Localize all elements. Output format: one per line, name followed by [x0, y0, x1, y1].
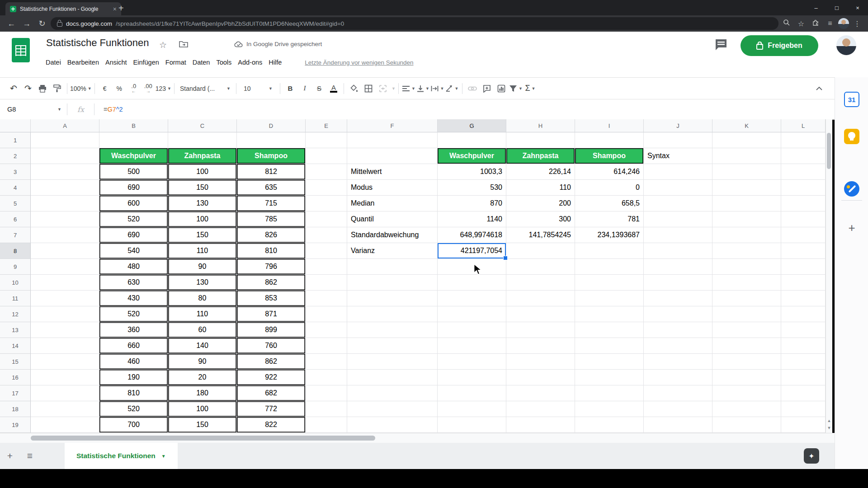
cell-K8[interactable] — [712, 243, 781, 259]
cell-G4[interactable]: 530 — [438, 180, 506, 196]
cell-I7[interactable]: 234,1393687 — [575, 227, 644, 243]
row-header-7[interactable]: 7 — [0, 227, 31, 243]
cell-C5[interactable]: 130 — [168, 196, 237, 211]
cell-F1[interactable] — [347, 132, 438, 148]
cell-L10[interactable] — [781, 275, 826, 291]
cell-K11[interactable] — [712, 291, 781, 306]
sheet-tab-active[interactable]: Statistische Funktionen ▼ — [65, 443, 178, 469]
cell-I12[interactable] — [575, 306, 644, 322]
cell-I6[interactable]: 781 — [575, 211, 644, 227]
row-header-15[interactable]: 15 — [0, 354, 31, 370]
cell-J15[interactable] — [644, 354, 712, 370]
cell-I2[interactable]: Shampoo — [575, 148, 644, 164]
menu-ansicht[interactable]: Ansicht — [102, 57, 130, 68]
format-percent-icon[interactable]: % — [112, 81, 127, 96]
column-header-H[interactable]: H — [506, 119, 575, 132]
cell-L11[interactable] — [781, 291, 826, 306]
cell-I5[interactable]: 658,5 — [575, 196, 644, 211]
cell-B7[interactable]: 690 — [99, 227, 168, 243]
cell-F14[interactable] — [347, 338, 438, 354]
cell-K13[interactable] — [712, 322, 781, 338]
column-header-F[interactable]: F — [347, 119, 438, 132]
cell-L19[interactable] — [781, 417, 826, 433]
more-formats-icon[interactable]: 123▼ — [156, 81, 171, 96]
cell-F13[interactable] — [347, 322, 438, 338]
cell-H10[interactable] — [506, 275, 575, 291]
column-header-L[interactable]: L — [781, 119, 826, 132]
cell-G11[interactable] — [438, 291, 506, 306]
cell-L17[interactable] — [781, 385, 826, 401]
cell-L7[interactable] — [781, 227, 826, 243]
cell-B8[interactable]: 540 — [99, 243, 168, 259]
cell-C19[interactable]: 150 — [168, 417, 237, 433]
cell-H6[interactable]: 300 — [506, 211, 575, 227]
row-header-8[interactable]: 8 — [0, 243, 31, 259]
cell-F9[interactable] — [347, 259, 438, 275]
cell-D15[interactable]: 862 — [237, 354, 306, 370]
cell-D12[interactable]: 871 — [237, 306, 306, 322]
cell-K3[interactable] — [712, 164, 781, 180]
print-icon[interactable] — [35, 81, 50, 96]
cell-H17[interactable] — [506, 385, 575, 401]
column-header-D[interactable]: D — [237, 119, 306, 132]
cell-H12[interactable] — [506, 306, 575, 322]
cell-J16[interactable] — [644, 370, 712, 385]
cell-K18[interactable] — [712, 401, 781, 417]
text-wrap-icon[interactable]: ▼ — [430, 81, 445, 96]
cell-I17[interactable] — [575, 385, 644, 401]
window-maximize-button[interactable]: □ — [826, 0, 847, 15]
cell-E19[interactable] — [306, 417, 347, 433]
cell-J11[interactable] — [644, 291, 712, 306]
cell-K14[interactable] — [712, 338, 781, 354]
spreadsheet-grid[interactable]: ABCDEFGHIJKL12WaschpulverZahnpastaShampo… — [0, 119, 826, 433]
row-header-9[interactable]: 9 — [0, 259, 31, 275]
cell-H8[interactable] — [506, 243, 575, 259]
reload-icon[interactable]: ↻ — [35, 19, 49, 28]
cell-I10[interactable] — [575, 275, 644, 291]
cell-D18[interactable]: 772 — [237, 401, 306, 417]
cell-I8[interactable] — [575, 243, 644, 259]
zoom-page-icon[interactable] — [780, 19, 793, 28]
cell-D19[interactable]: 822 — [237, 417, 306, 433]
cell-K9[interactable] — [712, 259, 781, 275]
cell-B9[interactable]: 480 — [99, 259, 168, 275]
cell-C17[interactable]: 180 — [168, 385, 237, 401]
cell-K2[interactable] — [712, 148, 781, 164]
new-tab-button[interactable]: + — [118, 4, 124, 13]
cell-D14[interactable]: 760 — [237, 338, 306, 354]
cell-J12[interactable] — [644, 306, 712, 322]
window-close-button[interactable]: × — [847, 0, 868, 15]
cell-E8[interactable] — [306, 243, 347, 259]
cell-L18[interactable] — [781, 401, 826, 417]
undo-icon[interactable]: ↶ — [6, 81, 21, 96]
cell-C13[interactable]: 60 — [168, 322, 237, 338]
formula-input[interactable]: =G7^2 — [94, 106, 123, 113]
cell-A17[interactable] — [31, 385, 99, 401]
zoom-select[interactable]: 100%▼ — [70, 81, 92, 96]
cell-J14[interactable] — [644, 338, 712, 354]
cell-E13[interactable] — [306, 322, 347, 338]
saved-status[interactable]: In Google Drive gespeichert — [234, 41, 322, 47]
scroll-up-icon[interactable]: ▲ — [826, 418, 832, 424]
row-header-19[interactable]: 19 — [0, 417, 31, 433]
fill-color-icon[interactable] — [347, 81, 361, 96]
add-sheet-icon[interactable]: + — [0, 450, 20, 461]
cell-H16[interactable] — [506, 370, 575, 385]
cell-J10[interactable] — [644, 275, 712, 291]
cell-F18[interactable] — [347, 401, 438, 417]
row-header-10[interactable]: 10 — [0, 275, 31, 291]
cell-G10[interactable] — [438, 275, 506, 291]
cell-A11[interactable] — [31, 291, 99, 306]
extensions-icon[interactable] — [809, 19, 822, 28]
decrease-decimal-icon[interactable]: .0← — [127, 81, 141, 96]
cell-B4[interactable]: 690 — [99, 180, 168, 196]
cell-E6[interactable] — [306, 211, 347, 227]
cell-E14[interactable] — [306, 338, 347, 354]
cell-I3[interactable]: 614,246 — [575, 164, 644, 180]
last-change-link[interactable]: Letzte Änderung vor wenigen Sekunden — [305, 59, 413, 66]
cell-I11[interactable] — [575, 291, 644, 306]
cell-B12[interactable]: 520 — [99, 306, 168, 322]
cell-H14[interactable] — [506, 338, 575, 354]
cell-G6[interactable]: 1140 — [438, 211, 506, 227]
borders-icon[interactable] — [361, 81, 376, 96]
